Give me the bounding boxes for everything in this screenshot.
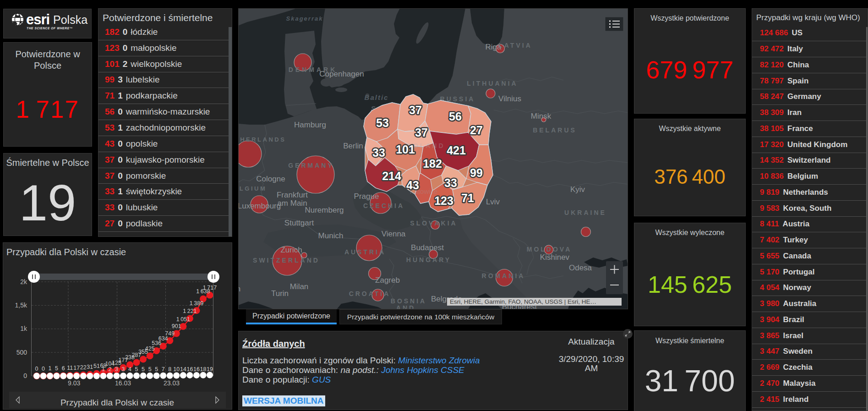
svg-text:5: 5 [155, 366, 158, 373]
svg-text:3: 3 [122, 366, 125, 373]
svg-text:4: 4 [128, 366, 131, 373]
svg-text:37: 37 [409, 104, 422, 116]
svg-text:Milan: Milan [290, 282, 309, 291]
svg-text:Cologne: Cologne [256, 175, 285, 183]
svg-text:Zurich: Zurich [280, 246, 302, 254]
svg-text:Vienna: Vienna [382, 230, 406, 238]
svg-text:Przypadki dla Polski w czasie: Przypadki dla Polski w czasie [60, 398, 174, 407]
svg-text:Przypadki dla Polski w czasie: Przypadki dla Polski w czasie [6, 247, 126, 257]
svg-text:0: 0 [42, 366, 45, 372]
svg-text:AUSTRIA: AUSTRIA [344, 248, 386, 256]
svg-text:14: 14 [180, 366, 186, 373]
svg-text:Turin: Turin [271, 289, 289, 298]
svg-text:HUNGARY: HUNGARY [406, 256, 451, 263]
svg-text:SWITZERLAND: SWITZERLAND [253, 257, 320, 264]
svg-text:0: 0 [23, 372, 27, 379]
svg-text:1: 1 [102, 366, 105, 373]
svg-text:901: 901 [172, 323, 181, 329]
svg-text:am Main: am Main [277, 199, 307, 208]
svg-text:749: 749 [165, 330, 175, 337]
svg-text:Hamburg: Hamburg [294, 121, 326, 129]
svg-text:THE SCIENCE OF WHERE™: THE SCIENCE OF WHERE™ [27, 27, 73, 30]
svg-text:Skagerrak: Skagerrak [286, 15, 323, 22]
svg-text:1 717: 1 717 [203, 285, 217, 291]
svg-text:AND: AND [396, 304, 415, 309]
svg-text:SLOVAKIA: SLOVAKIA [410, 219, 457, 227]
svg-text:1: 1 [49, 365, 52, 372]
svg-text:Frankfurt: Frankfurt [277, 191, 308, 199]
svg-text:16: 16 [193, 366, 200, 373]
svg-text:11: 11 [67, 365, 73, 371]
svg-text:2k: 2k [20, 278, 27, 285]
svg-text:123: 123 [434, 194, 453, 207]
svg-text:71: 71 [461, 192, 474, 204]
svg-text:MOLDOVA: MOLDOVA [527, 246, 572, 253]
svg-text:esri: esri [26, 11, 49, 27]
svg-text:1 389: 1 389 [190, 300, 203, 307]
svg-text:Stuttgart: Stuttgart [284, 219, 314, 227]
svg-text:634: 634 [158, 335, 168, 342]
svg-text:LITHUANIA: LITHUANIA [467, 80, 518, 87]
svg-text:Polska: Polska [53, 13, 87, 26]
svg-text:33: 33 [444, 176, 457, 189]
svg-text:Baltic: Baltic [365, 93, 389, 101]
svg-text:27: 27 [470, 124, 483, 137]
svg-text:421: 421 [447, 144, 466, 157]
svg-text:31: 31 [87, 364, 93, 370]
svg-text:Copenhagen: Copenhagen [319, 70, 364, 78]
svg-text:Vilnius: Vilnius [498, 94, 521, 103]
svg-text:5: 5 [142, 366, 145, 373]
svg-text:CROATIA: CROATIA [349, 290, 391, 297]
svg-text:23.03: 23.03 [164, 379, 180, 387]
svg-text:Budapest: Budapest [411, 243, 444, 252]
svg-text:53: 53 [376, 116, 389, 129]
svg-text:NETHERLANDS: NETHERLANDS [239, 136, 286, 143]
svg-text:CZECHIA: CZECHIA [363, 202, 404, 209]
svg-text:10: 10 [173, 366, 180, 373]
svg-text:16.03: 16.03 [115, 379, 131, 387]
svg-text:37: 37 [415, 126, 428, 139]
svg-text:5: 5 [135, 366, 138, 373]
svg-text:43: 43 [406, 179, 419, 192]
svg-text:BELGIUM: BELGIUM [239, 185, 267, 192]
svg-text:214: 214 [382, 170, 401, 182]
svg-text:Zagreb: Zagreb [375, 276, 400, 285]
svg-text:1 221: 1 221 [183, 308, 197, 314]
svg-text:Luxembourg: Luxembourg [239, 202, 281, 210]
svg-text:Lviv: Lviv [486, 197, 500, 206]
svg-text:19: 19 [207, 366, 213, 373]
svg-text:182: 182 [423, 157, 442, 170]
svg-text:16: 16 [186, 366, 193, 373]
svg-text:3: 3 [115, 366, 118, 373]
svg-text:Esri, HERE, Garmin, FAO, NOAA,: Esri, HERE, Garmin, FAO, NOAA, USGS | Es… [450, 298, 596, 305]
svg-text:9.03: 9.03 [68, 379, 80, 387]
svg-text:Prague: Prague [354, 192, 379, 201]
svg-text:BELARUS: BELARUS [533, 126, 577, 134]
svg-text:Kishinev: Kishinev [540, 253, 570, 262]
svg-text:22: 22 [80, 364, 87, 371]
svg-text:1,5k: 1,5k [15, 301, 27, 309]
svg-text:ROMANIA: ROMANIA [482, 272, 525, 279]
svg-text:18: 18 [200, 366, 207, 373]
svg-text:Berlin: Berlin [343, 142, 363, 150]
svg-text:Nuremberg: Nuremberg [305, 206, 344, 214]
svg-text:7: 7 [162, 366, 165, 373]
svg-text:8: 8 [168, 366, 171, 373]
svg-text:1k: 1k [20, 325, 27, 332]
svg-text:Munich: Munich [318, 231, 344, 240]
svg-text:2: 2 [108, 366, 111, 373]
svg-text:Minsk: Minsk [531, 112, 551, 121]
svg-text:6: 6 [62, 365, 65, 372]
svg-text:1 051: 1 051 [176, 316, 190, 323]
svg-text:99: 99 [470, 166, 483, 179]
svg-text:51: 51 [93, 363, 100, 369]
svg-text:5: 5 [55, 365, 58, 372]
svg-text:33: 33 [372, 146, 385, 159]
svg-text:Kyiv: Kyiv [570, 185, 585, 194]
svg-text:LATVIA: LATVIA [498, 42, 532, 49]
svg-text:500: 500 [16, 349, 27, 356]
svg-text:Riga: Riga [486, 43, 502, 51]
svg-text:UKRAINE: UKRAINE [564, 209, 606, 216]
svg-text:56: 56 [449, 110, 462, 123]
svg-text:17: 17 [73, 365, 80, 371]
